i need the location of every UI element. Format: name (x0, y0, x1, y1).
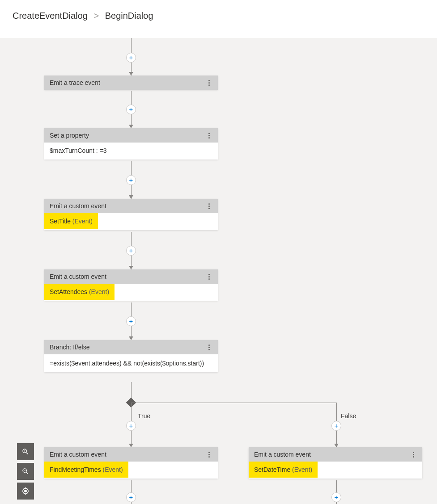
node-title: Emit a custom event (254, 451, 311, 458)
more-icon[interactable] (205, 451, 212, 458)
add-step-button[interactable]: + (126, 246, 136, 256)
chevron-right-icon: > (93, 11, 99, 21)
zoom-out-button[interactable] (17, 463, 34, 480)
event-name: SetTitle (50, 218, 71, 225)
step-emit-custom-event-settitle[interactable]: Emit a custom event SetTitle (Event) (44, 199, 218, 230)
arrow-down-icon (129, 125, 133, 128)
step-emit-custom-event-setattendees[interactable]: Emit a custom event SetAttendees (Event) (44, 269, 218, 301)
step-emit-custom-event-findmeetingtimes[interactable]: Emit a custom event FindMeetingTimes (Ev… (44, 447, 218, 479)
node-header: Emit a trace event (44, 76, 218, 90)
node-header: Branch: If/else (44, 340, 218, 354)
event-tag: FindMeetingTimes (Event) (44, 462, 128, 478)
more-icon[interactable] (410, 451, 417, 458)
add-step-button[interactable]: + (126, 175, 136, 185)
node-title: Set a property (50, 132, 89, 139)
event-tag: SetTitle (Event) (44, 213, 98, 229)
add-step-button[interactable]: + (331, 492, 341, 502)
node-title: Branch: If/else (50, 344, 90, 351)
recenter-button[interactable] (17, 483, 34, 500)
step-emit-custom-event-setdatetime[interactable]: Emit a custom event SetDateTime (Event) (249, 447, 422, 479)
step-emit-trace-event[interactable]: Emit a trace event (44, 76, 218, 90)
breadcrumb-current: BeginDialog (105, 11, 153, 21)
node-body: $maxTurnCount : =3 (44, 143, 218, 160)
zoom-in-icon (21, 448, 30, 456)
branch-false-label: False (341, 412, 356, 420)
add-step-button[interactable]: + (331, 421, 341, 431)
node-header: Set a property (44, 128, 218, 143)
event-suffix: (Event) (292, 466, 312, 473)
zoom-out-icon (21, 467, 30, 475)
arrow-down-icon (129, 336, 133, 340)
add-step-button[interactable]: + (126, 105, 136, 114)
node-body: SetTitle (Event) (44, 213, 218, 230)
node-title: Emit a custom event (50, 273, 106, 280)
canvas-toolbar (17, 443, 34, 500)
arrow-down-icon (334, 444, 339, 447)
connector (131, 403, 336, 403)
branch-true-label: True (138, 412, 150, 420)
node-header: Emit a custom event (44, 269, 218, 284)
node-title: Emit a custom event (50, 202, 106, 210)
more-icon[interactable] (205, 202, 212, 210)
branch-condition: =exists($event.attendees) && not(exists(… (50, 360, 204, 367)
breadcrumb: CreateEventDialog > BeginDialog (0, 0, 437, 32)
node-body: FindMeetingTimes (Event) (44, 462, 218, 479)
event-tag: SetDateTime (Event) (249, 462, 318, 478)
flow-canvas[interactable]: + Emit a trace event + Set a property $m… (0, 38, 437, 504)
zoom-in-button[interactable] (17, 443, 34, 460)
add-step-button[interactable]: + (126, 53, 136, 63)
property-expression: $maxTurnCount : =3 (50, 147, 107, 154)
arrow-down-icon (129, 72, 133, 76)
more-icon[interactable] (205, 273, 212, 280)
event-suffix: (Event) (103, 466, 123, 473)
more-icon[interactable] (205, 132, 212, 139)
crosshair-icon (21, 487, 30, 495)
event-suffix: (Event) (72, 218, 93, 225)
node-title: Emit a custom event (50, 451, 106, 458)
event-name: FindMeetingTimes (50, 466, 101, 473)
arrow-down-icon (129, 195, 133, 199)
node-title: Emit a trace event (50, 79, 100, 86)
breadcrumb-parent[interactable]: CreateEventDialog (13, 11, 88, 21)
add-step-button[interactable]: + (126, 421, 136, 431)
more-icon[interactable] (205, 344, 212, 351)
node-header: Emit a custom event (44, 447, 218, 462)
add-step-button[interactable]: + (126, 492, 136, 502)
node-header: Emit a custom event (249, 447, 422, 462)
event-name: SetAttendees (50, 288, 87, 295)
event-tag: SetAttendees (Event) (44, 284, 115, 300)
node-header: Emit a custom event (44, 199, 218, 213)
step-branch-if-else[interactable]: Branch: If/else =exists($event.attendees… (44, 340, 218, 372)
node-body: SetDateTime (Event) (249, 462, 422, 479)
event-suffix: (Event) (89, 288, 109, 295)
more-icon[interactable] (205, 79, 212, 86)
step-set-property[interactable]: Set a property $maxTurnCount : =3 (44, 128, 218, 160)
node-body: =exists($event.attendees) && not(exists(… (44, 354, 218, 372)
event-name: SetDateTime (254, 466, 290, 473)
arrow-down-icon (129, 444, 133, 447)
arrow-down-icon (129, 266, 133, 269)
node-body: SetAttendees (Event) (44, 284, 218, 301)
add-step-button[interactable]: + (126, 316, 136, 326)
